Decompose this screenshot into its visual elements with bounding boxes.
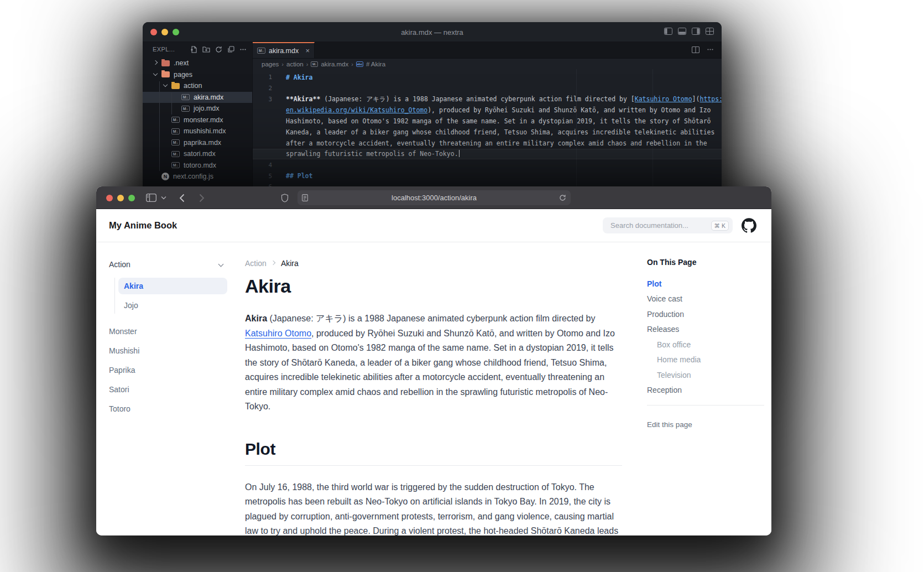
line-number: 1: [253, 74, 286, 81]
search-box[interactable]: ⌘ K: [603, 217, 733, 233]
code-text: ## Plot: [286, 172, 312, 180]
chevron-down-icon: [163, 83, 168, 89]
browser-toolbar: localhost:3000/action/akira: [96, 186, 771, 209]
reload-icon[interactable]: [559, 194, 566, 201]
sidebar-item-jojo[interactable]: Jojo: [118, 297, 227, 314]
breadcrumb[interactable]: pages›action›M↓akira.mdx›abc# Akira: [253, 59, 722, 69]
indent-guide: [171, 93, 172, 115]
tab-akira-mdx[interactable]: M↓ akira.mdx ×: [253, 42, 315, 58]
tree-item-label: .next: [174, 59, 189, 67]
code-segment[interactable]: Katsuhiro Otomo: [635, 95, 692, 103]
folder-action-icon: [171, 83, 180, 89]
window-controls: [106, 195, 135, 201]
toc-item-plot[interactable]: Plot: [647, 276, 764, 292]
code-text: after a motorcycle accident, eventually …: [286, 139, 707, 147]
chevron-down-icon: [218, 262, 224, 267]
sidebar-root-items: MonsterMushishiPaprikaSatoriTotoro: [109, 321, 227, 418]
toc-divider: [647, 405, 764, 405]
tree-item-label: jojo.mdx: [194, 105, 220, 112]
toc-item-releases[interactable]: Releases: [647, 322, 764, 337]
code-segment: sprawling futuristic metropolis of Neo-T…: [286, 150, 458, 158]
toc-item-home-media[interactable]: Home media: [647, 352, 764, 368]
split-editor-icon[interactable]: [692, 45, 699, 55]
forward-button-icon[interactable]: [199, 186, 205, 209]
toc-item-reception[interactable]: Reception: [647, 383, 764, 398]
breadcrumb-item-pages[interactable]: pages: [262, 61, 279, 67]
breadcrumb-item-action[interactable]: action: [286, 61, 304, 67]
toc-item-box-office[interactable]: Box office: [647, 337, 764, 352]
code-segment: ## Plot: [286, 172, 312, 180]
address-bar[interactable]: localhost:3000/action/akira: [297, 190, 571, 205]
search-shortcut-badge: ⌘ K: [711, 221, 729, 231]
table-of-contents: On This Page PlotVoice castProductionRel…: [647, 242, 764, 429]
code-segment[interactable]: https://: [699, 95, 722, 103]
code-segment: ](: [692, 95, 700, 103]
code-line: 3**Akira** (Japanese: アキラ) is a 1988 Jap…: [253, 94, 722, 105]
sidebar-item-akira[interactable]: Akira: [118, 278, 227, 294]
toggle-panel-icon[interactable]: [678, 28, 686, 35]
zoom-window-button[interactable]: [128, 195, 135, 201]
line-number: 4: [253, 162, 286, 169]
page-title: Akira: [245, 275, 622, 297]
breadcrumb-parent[interactable]: Action: [245, 259, 267, 268]
edit-this-page-link[interactable]: Edit this page: [647, 420, 764, 429]
sidebar-item-totoro[interactable]: Totoro: [109, 399, 227, 418]
site-logo[interactable]: My Anime Book: [109, 220, 177, 231]
toc-item-voice-cast[interactable]: Voice cast: [647, 292, 764, 307]
chevron-down-icon: [153, 72, 158, 77]
sidebar-item-monster[interactable]: Monster: [109, 321, 227, 341]
code-segment: after a motorcycle accident, eventually …: [286, 139, 707, 147]
web-page: My Anime Book ⌘ K Action AkiraJojo Monst…: [96, 209, 771, 535]
code-lines: 1# Akira23**Akira** (Japanese: アキラ) is a…: [253, 72, 722, 193]
tree-item-pages[interactable]: pages: [143, 69, 252, 81]
intro-paragraph: Akira (Japanese: アキラ) is a 1988 Japanese…: [245, 311, 622, 414]
more-actions-icon[interactable]: [234, 46, 247, 53]
sidebar-item-mushishi[interactable]: Mushishi: [109, 341, 227, 360]
code-editor[interactable]: 1# Akira23**Akira** (Japanese: アキラ) is a…: [253, 69, 722, 193]
new-folder-icon[interactable]: [197, 46, 210, 53]
sidebar-item-paprika[interactable]: Paprika: [109, 360, 227, 379]
mdx-icon: M↓: [181, 106, 190, 112]
toggle-secondary-sidebar-icon[interactable]: [692, 28, 700, 35]
code-segment: **Akira**: [286, 95, 320, 103]
mdx-icon: M↓: [171, 139, 180, 145]
toc-item-production[interactable]: Production: [647, 306, 764, 322]
code-line: 4: [253, 159, 722, 170]
katsuhiro-otomo-link[interactable]: Katsuhiro Otomo: [245, 329, 311, 338]
minimize-window-button[interactable]: [117, 195, 124, 201]
code-segment: (Japanese: アキラ) is a 1988 Japanese anima…: [320, 95, 634, 103]
safari-window: localhost:3000/action/akira My Anime Boo…: [96, 186, 771, 535]
github-icon[interactable]: [742, 218, 756, 233]
search-input[interactable]: [609, 221, 711, 230]
chevron-right-icon: [153, 60, 158, 66]
privacy-shield-icon[interactable]: [281, 186, 289, 209]
sidebar-category-action[interactable]: Action: [109, 257, 227, 272]
toggle-primary-sidebar-icon[interactable]: [664, 28, 672, 35]
new-file-icon[interactable]: [185, 46, 197, 53]
markdown-file-icon: M↓: [257, 48, 265, 54]
markdown-file-icon: M↓: [311, 61, 318, 67]
toc-item-television[interactable]: Television: [647, 367, 764, 383]
sidebar-toggle-icon[interactable]: [146, 186, 156, 209]
vscode-titlebar[interactable]: akira.mdx — nextra: [143, 22, 722, 42]
editor-more-actions-icon[interactable]: [707, 45, 714, 55]
close-tab-icon[interactable]: ×: [305, 47, 310, 54]
tree-item-next-config-js[interactable]: Nnext.config.js: [143, 171, 252, 183]
docs-sidebar: Action AkiraJojo MonsterMushishiPaprikaS…: [109, 242, 227, 418]
code-text: **Akira** (Japanese: アキラ) is a 1988 Japa…: [286, 95, 722, 103]
file-tree: .nextpagesactionM↓akira.mdxM↓jojo.mdxM↓m…: [143, 58, 252, 183]
back-button-icon[interactable]: [179, 186, 185, 209]
code-line: 1# Akira: [253, 72, 722, 83]
close-window-button[interactable]: [106, 195, 113, 201]
tree-item-next[interactable]: .next: [143, 58, 252, 69]
breadcrumb-item-akira-mdx[interactable]: akira.mdx: [321, 61, 348, 67]
sidebar-chevron-icon[interactable]: [161, 186, 166, 209]
editor-tab-bar: M↓ akira.mdx ×: [253, 42, 722, 59]
refresh-explorer-icon[interactable]: [210, 46, 222, 53]
collapse-folders-icon[interactable]: [222, 46, 234, 53]
sidebar-item-satori[interactable]: Satori: [109, 379, 227, 399]
breadcrumb-item-akira[interactable]: # Akira: [366, 61, 385, 67]
customize-layout-icon[interactable]: [706, 28, 714, 35]
text-cursor: [459, 150, 460, 157]
code-segment[interactable]: en.wikipedia.org/wiki/Katsuhiro_Otomo: [286, 106, 427, 114]
